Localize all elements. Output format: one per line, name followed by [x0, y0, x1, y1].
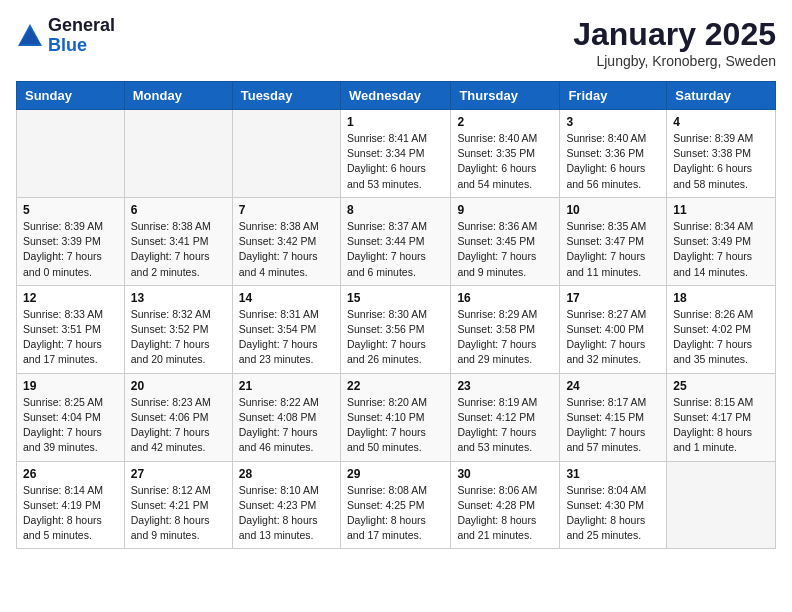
day-number: 24	[566, 379, 660, 393]
calendar-header-row: SundayMondayTuesdayWednesdayThursdayFrid…	[17, 82, 776, 110]
day-info: Sunrise: 8:10 AM Sunset: 4:23 PM Dayligh…	[239, 483, 334, 544]
day-header-friday: Friday	[560, 82, 667, 110]
day-info: Sunrise: 8:33 AM Sunset: 3:51 PM Dayligh…	[23, 307, 118, 368]
day-info: Sunrise: 8:06 AM Sunset: 4:28 PM Dayligh…	[457, 483, 553, 544]
day-info: Sunrise: 8:34 AM Sunset: 3:49 PM Dayligh…	[673, 219, 769, 280]
day-info: Sunrise: 8:30 AM Sunset: 3:56 PM Dayligh…	[347, 307, 444, 368]
day-number: 26	[23, 467, 118, 481]
day-info: Sunrise: 8:26 AM Sunset: 4:02 PM Dayligh…	[673, 307, 769, 368]
calendar-cell: 8Sunrise: 8:37 AM Sunset: 3:44 PM Daylig…	[340, 197, 450, 285]
day-number: 19	[23, 379, 118, 393]
calendar-cell: 19Sunrise: 8:25 AM Sunset: 4:04 PM Dayli…	[17, 373, 125, 461]
day-info: Sunrise: 8:22 AM Sunset: 4:08 PM Dayligh…	[239, 395, 334, 456]
day-info: Sunrise: 8:32 AM Sunset: 3:52 PM Dayligh…	[131, 307, 226, 368]
day-info: Sunrise: 8:17 AM Sunset: 4:15 PM Dayligh…	[566, 395, 660, 456]
calendar-cell: 24Sunrise: 8:17 AM Sunset: 4:15 PM Dayli…	[560, 373, 667, 461]
day-info: Sunrise: 8:38 AM Sunset: 3:41 PM Dayligh…	[131, 219, 226, 280]
calendar-cell: 16Sunrise: 8:29 AM Sunset: 3:58 PM Dayli…	[451, 285, 560, 373]
day-number: 16	[457, 291, 553, 305]
day-number: 31	[566, 467, 660, 481]
day-info: Sunrise: 8:40 AM Sunset: 3:35 PM Dayligh…	[457, 131, 553, 192]
calendar-cell: 13Sunrise: 8:32 AM Sunset: 3:52 PM Dayli…	[124, 285, 232, 373]
calendar-cell	[667, 461, 776, 549]
calendar-cell: 23Sunrise: 8:19 AM Sunset: 4:12 PM Dayli…	[451, 373, 560, 461]
calendar-cell: 6Sunrise: 8:38 AM Sunset: 3:41 PM Daylig…	[124, 197, 232, 285]
calendar-cell: 5Sunrise: 8:39 AM Sunset: 3:39 PM Daylig…	[17, 197, 125, 285]
calendar-cell: 27Sunrise: 8:12 AM Sunset: 4:21 PM Dayli…	[124, 461, 232, 549]
day-number: 7	[239, 203, 334, 217]
day-info: Sunrise: 8:38 AM Sunset: 3:42 PM Dayligh…	[239, 219, 334, 280]
day-info: Sunrise: 8:25 AM Sunset: 4:04 PM Dayligh…	[23, 395, 118, 456]
calendar-cell: 3Sunrise: 8:40 AM Sunset: 3:36 PM Daylig…	[560, 110, 667, 198]
calendar-cell: 17Sunrise: 8:27 AM Sunset: 4:00 PM Dayli…	[560, 285, 667, 373]
day-number: 21	[239, 379, 334, 393]
calendar-cell: 11Sunrise: 8:34 AM Sunset: 3:49 PM Dayli…	[667, 197, 776, 285]
calendar-cell: 12Sunrise: 8:33 AM Sunset: 3:51 PM Dayli…	[17, 285, 125, 373]
day-number: 29	[347, 467, 444, 481]
calendar-cell: 15Sunrise: 8:30 AM Sunset: 3:56 PM Dayli…	[340, 285, 450, 373]
day-number: 15	[347, 291, 444, 305]
logo: General Blue	[16, 16, 115, 56]
day-info: Sunrise: 8:39 AM Sunset: 3:39 PM Dayligh…	[23, 219, 118, 280]
day-number: 3	[566, 115, 660, 129]
day-info: Sunrise: 8:29 AM Sunset: 3:58 PM Dayligh…	[457, 307, 553, 368]
day-header-tuesday: Tuesday	[232, 82, 340, 110]
calendar-cell: 2Sunrise: 8:40 AM Sunset: 3:35 PM Daylig…	[451, 110, 560, 198]
day-number: 1	[347, 115, 444, 129]
day-number: 9	[457, 203, 553, 217]
day-number: 2	[457, 115, 553, 129]
day-number: 11	[673, 203, 769, 217]
calendar-table: SundayMondayTuesdayWednesdayThursdayFrid…	[16, 81, 776, 549]
calendar-week-3: 12Sunrise: 8:33 AM Sunset: 3:51 PM Dayli…	[17, 285, 776, 373]
calendar-cell: 7Sunrise: 8:38 AM Sunset: 3:42 PM Daylig…	[232, 197, 340, 285]
day-number: 28	[239, 467, 334, 481]
calendar-cell	[17, 110, 125, 198]
calendar-week-2: 5Sunrise: 8:39 AM Sunset: 3:39 PM Daylig…	[17, 197, 776, 285]
title-block: January 2025 Ljungby, Kronoberg, Sweden	[573, 16, 776, 69]
month-title: January 2025	[573, 16, 776, 53]
day-info: Sunrise: 8:35 AM Sunset: 3:47 PM Dayligh…	[566, 219, 660, 280]
calendar-week-1: 1Sunrise: 8:41 AM Sunset: 3:34 PM Daylig…	[17, 110, 776, 198]
day-number: 18	[673, 291, 769, 305]
calendar-cell: 4Sunrise: 8:39 AM Sunset: 3:38 PM Daylig…	[667, 110, 776, 198]
day-info: Sunrise: 8:37 AM Sunset: 3:44 PM Dayligh…	[347, 219, 444, 280]
day-info: Sunrise: 8:19 AM Sunset: 4:12 PM Dayligh…	[457, 395, 553, 456]
page-header: General Blue January 2025 Ljungby, Krono…	[16, 16, 776, 69]
calendar-cell: 10Sunrise: 8:35 AM Sunset: 3:47 PM Dayli…	[560, 197, 667, 285]
calendar-cell	[124, 110, 232, 198]
day-number: 10	[566, 203, 660, 217]
day-header-sunday: Sunday	[17, 82, 125, 110]
calendar-cell: 29Sunrise: 8:08 AM Sunset: 4:25 PM Dayli…	[340, 461, 450, 549]
calendar-cell: 21Sunrise: 8:22 AM Sunset: 4:08 PM Dayli…	[232, 373, 340, 461]
calendar-cell: 22Sunrise: 8:20 AM Sunset: 4:10 PM Dayli…	[340, 373, 450, 461]
day-info: Sunrise: 8:04 AM Sunset: 4:30 PM Dayligh…	[566, 483, 660, 544]
day-number: 6	[131, 203, 226, 217]
day-info: Sunrise: 8:39 AM Sunset: 3:38 PM Dayligh…	[673, 131, 769, 192]
logo-icon	[16, 22, 44, 50]
calendar-week-5: 26Sunrise: 8:14 AM Sunset: 4:19 PM Dayli…	[17, 461, 776, 549]
day-number: 5	[23, 203, 118, 217]
day-number: 22	[347, 379, 444, 393]
day-header-thursday: Thursday	[451, 82, 560, 110]
day-number: 25	[673, 379, 769, 393]
day-header-saturday: Saturday	[667, 82, 776, 110]
logo-text-general: General	[48, 16, 115, 36]
calendar-cell	[232, 110, 340, 198]
day-number: 8	[347, 203, 444, 217]
day-number: 20	[131, 379, 226, 393]
day-number: 17	[566, 291, 660, 305]
day-info: Sunrise: 8:23 AM Sunset: 4:06 PM Dayligh…	[131, 395, 226, 456]
logo-text-blue: Blue	[48, 36, 115, 56]
calendar-cell: 28Sunrise: 8:10 AM Sunset: 4:23 PM Dayli…	[232, 461, 340, 549]
calendar-cell: 26Sunrise: 8:14 AM Sunset: 4:19 PM Dayli…	[17, 461, 125, 549]
day-number: 4	[673, 115, 769, 129]
calendar-cell: 18Sunrise: 8:26 AM Sunset: 4:02 PM Dayli…	[667, 285, 776, 373]
calendar-cell: 20Sunrise: 8:23 AM Sunset: 4:06 PM Dayli…	[124, 373, 232, 461]
calendar-cell: 25Sunrise: 8:15 AM Sunset: 4:17 PM Dayli…	[667, 373, 776, 461]
day-number: 27	[131, 467, 226, 481]
day-info: Sunrise: 8:31 AM Sunset: 3:54 PM Dayligh…	[239, 307, 334, 368]
day-info: Sunrise: 8:14 AM Sunset: 4:19 PM Dayligh…	[23, 483, 118, 544]
day-number: 30	[457, 467, 553, 481]
day-info: Sunrise: 8:20 AM Sunset: 4:10 PM Dayligh…	[347, 395, 444, 456]
calendar-cell: 14Sunrise: 8:31 AM Sunset: 3:54 PM Dayli…	[232, 285, 340, 373]
